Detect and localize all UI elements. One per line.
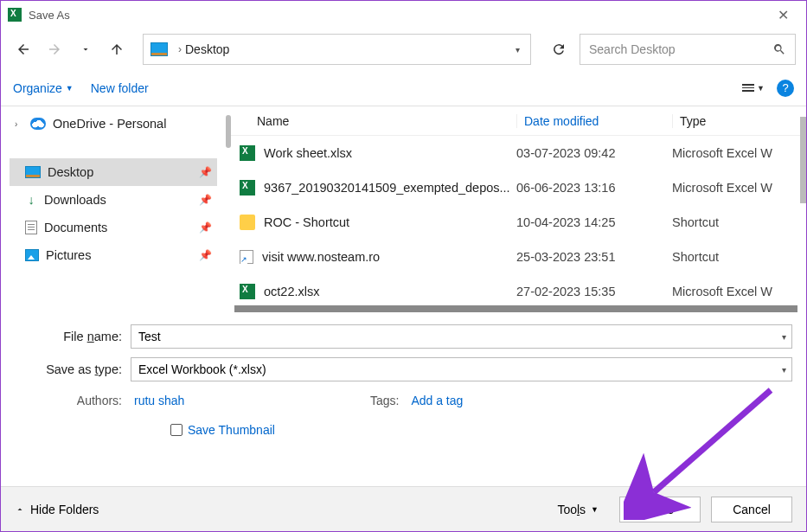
organize-menu[interactable]: Organize ▼ (13, 81, 74, 95)
file-row[interactable]: oct22.xlsx27-02-2023 15:35Microsoft Exce… (231, 274, 806, 309)
search-icon (772, 42, 786, 56)
file-type: Shortcut (672, 215, 719, 229)
file-type: Microsoft Excel W (672, 285, 772, 298)
chevron-down-icon[interactable]: ▾ (782, 332, 786, 342)
toolbar: Organize ▼ New folder ▼ ? (1, 70, 806, 106)
file-row[interactable]: 9367_20190320141509_exempted_depos...06-… (231, 170, 806, 205)
column-headers: Name Date modified Type (231, 106, 806, 136)
new-folder-button[interactable]: New folder (91, 81, 149, 95)
thumbnail-label[interactable]: Save Thumbnail (188, 423, 275, 437)
saveastype-label: Save as type: (15, 362, 131, 376)
help-button[interactable]: ? (777, 80, 794, 97)
tree-documents[interactable]: Documents 📌 (10, 214, 217, 241)
download-icon: ↓ (25, 194, 37, 206)
column-modified[interactable]: Date modified (516, 114, 672, 128)
chevron-right-icon: › (15, 119, 23, 129)
forward-button[interactable] (42, 37, 67, 61)
titlebar: Save As ✕ (1, 1, 806, 29)
pin-icon[interactable]: 📌 (199, 194, 212, 206)
file-type: Shortcut (672, 250, 719, 264)
saveastype-dropdown[interactable]: Excel Workbook (*.xlsx) ▾ (131, 357, 792, 381)
file-type: Microsoft Excel W (672, 181, 772, 195)
file-type: Microsoft Excel W (672, 146, 772, 160)
arrow-left-icon (16, 42, 31, 57)
chevron-down-icon (80, 44, 91, 54)
folder-tree: › OneDrive - Personal Desktop 📌 ↓ Downlo… (1, 106, 226, 312)
arrow-up-icon (109, 42, 125, 57)
tree-onedrive[interactable]: › OneDrive - Personal (10, 110, 217, 138)
pin-icon[interactable]: 📌 (199, 166, 212, 178)
up-button[interactable] (105, 37, 129, 61)
onedrive-icon (30, 118, 46, 130)
recent-dropdown[interactable] (74, 37, 98, 61)
scrollbar[interactable] (234, 305, 797, 312)
tags-label: Tags: (364, 394, 407, 407)
arrow-right-icon (47, 42, 62, 57)
search-input[interactable]: Search Desktop (580, 34, 796, 65)
refresh-button[interactable] (545, 42, 573, 57)
tree-desktop[interactable]: Desktop 📌 (10, 158, 217, 186)
breadcrumb[interactable]: › Desktop ▾ (143, 34, 531, 65)
scrollbar[interactable] (226, 115, 231, 148)
column-type[interactable]: Type (672, 114, 706, 128)
file-name: 9367_20190320141509_exempted_depos... (264, 181, 510, 195)
chevron-right-icon: › (178, 43, 182, 55)
pin-icon[interactable]: 📌 (199, 221, 212, 234)
file-date: 06-06-2023 13:16 (516, 181, 672, 195)
save-button[interactable]: Save (619, 497, 701, 522)
list-view-icon (742, 84, 754, 92)
excel-file-icon (240, 284, 255, 299)
desktop-icon (151, 42, 168, 56)
authors-value[interactable]: rutu shah (134, 394, 184, 407)
excel-file-icon (240, 145, 255, 161)
file-name: ROC - Shortcut (264, 215, 349, 229)
column-name[interactable]: Name (231, 114, 516, 128)
filename-label: File name: (15, 330, 131, 343)
file-name: visit www.nosteam.ro (262, 250, 380, 264)
window-title: Save As (29, 9, 70, 22)
search-placeholder: Search Desktop (589, 42, 772, 56)
filename-input[interactable]: Test ▾ (131, 324, 792, 349)
caret-down-icon: ▼ (66, 84, 74, 93)
breadcrumb-path[interactable]: Desktop (185, 42, 229, 56)
caret-down-icon: ▼ (757, 84, 765, 93)
file-row[interactable]: visit www.nosteam.ro25-03-2023 23:51Shor… (231, 240, 806, 274)
footer: Hide Folders Tools ▼ Save Cancel (1, 486, 806, 531)
chevron-up-icon (15, 504, 25, 515)
file-date: 10-04-2023 14:25 (516, 215, 672, 229)
tree-downloads[interactable]: ↓ Downloads 📌 (10, 186, 217, 214)
thumbnail-checkbox[interactable] (170, 424, 183, 436)
shortcut-icon (240, 250, 253, 264)
caret-down-icon: ▼ (591, 505, 599, 514)
excel-icon (8, 8, 22, 22)
tags-value[interactable]: Add a tag (411, 394, 463, 407)
hide-folders-button[interactable]: Hide Folders (15, 503, 99, 516)
desktop-icon (25, 166, 41, 178)
cancel-button[interactable]: Cancel (711, 497, 792, 522)
form-area: File name: Test ▾ Save as type: Excel Wo… (1, 312, 806, 442)
close-icon[interactable]: ✕ (767, 3, 799, 27)
file-date: 25-03-2023 23:51 (516, 250, 672, 264)
file-date: 03-07-2023 09:42 (516, 146, 672, 160)
refresh-icon (551, 42, 567, 57)
pictures-icon (25, 249, 39, 261)
file-date: 27-02-2023 15:35 (516, 285, 672, 298)
excel-file-icon (240, 180, 255, 195)
file-row[interactable]: ROC - Shortcut10-04-2023 14:25Shortcut (231, 205, 806, 240)
tools-menu[interactable]: Tools ▼ (557, 503, 599, 516)
view-menu[interactable]: ▼ (742, 84, 765, 93)
authors-label: Authors: (41, 394, 131, 407)
file-row[interactable]: Work sheet.xlsx03-07-2023 09:42Microsoft… (231, 136, 806, 170)
tree-pictures[interactable]: Pictures 📌 (10, 241, 217, 269)
scrollbar[interactable] (800, 117, 806, 203)
file-list: Name Date modified Type Work sheet.xlsx0… (226, 106, 806, 312)
folder-icon (240, 215, 255, 230)
file-name: Work sheet.xlsx (264, 146, 352, 160)
pin-icon[interactable]: 📌 (199, 249, 212, 261)
chevron-down-icon[interactable]: ▾ (782, 365, 786, 375)
history-dropdown[interactable]: ▾ (512, 42, 523, 58)
file-name: oct22.xlsx (264, 285, 319, 298)
navbar: › Desktop ▾ Search Desktop (1, 29, 806, 70)
documents-icon (25, 221, 37, 234)
back-button[interactable] (11, 37, 35, 61)
